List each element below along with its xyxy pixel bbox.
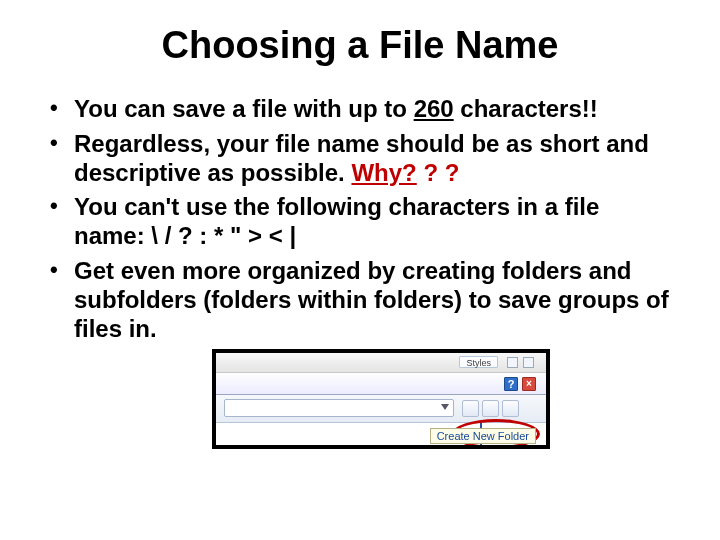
bullet-4-text: Get even more organized by creating fold…: [74, 257, 669, 342]
dialog-screenshot: Styles ? × Create New Folder: [212, 349, 550, 449]
bullet-1-pre: You can save a file with up to: [74, 95, 414, 122]
ribbon-minibox2-icon: [523, 357, 534, 368]
bullet-3-chars: \ / ? : * " > < |: [151, 222, 296, 249]
bullet-4: Get even more organized by creating fold…: [44, 257, 676, 343]
close-icon[interactable]: ×: [522, 377, 536, 391]
bullet-1: You can save a file with up to 260 chara…: [44, 95, 676, 124]
bullet-1-post: characters!!: [454, 95, 598, 122]
address-dropdown[interactable]: [224, 399, 454, 417]
bullet-2-why: Why?: [351, 159, 416, 186]
styles-pane-label: Styles: [459, 356, 498, 368]
bullet-2: Regardless, your file name should be as …: [44, 130, 676, 188]
ribbon-minibox-icon: [507, 357, 518, 368]
slide-title: Choosing a File Name: [44, 24, 676, 67]
screenshot-container: Styles ? × Create New Folder: [212, 349, 550, 449]
slide: Choosing a File Name You can save a file…: [0, 0, 720, 540]
help-icon[interactable]: ?: [504, 377, 518, 391]
toolbar-up-icon[interactable]: [482, 400, 499, 417]
bullet-1-number: 260: [414, 95, 454, 122]
bullet-3: You can't use the following characters i…: [44, 193, 676, 251]
toolbar-back-icon[interactable]: [462, 400, 479, 417]
toolbar-new-folder-icon[interactable]: [502, 400, 519, 417]
bullet-2-q: ? ?: [417, 159, 460, 186]
dialog-titlebar: [216, 373, 546, 395]
create-new-folder-tooltip: Create New Folder: [430, 428, 536, 444]
ribbon-bar: Styles: [216, 353, 546, 373]
bullet-list: You can save a file with up to 260 chara…: [44, 95, 676, 343]
